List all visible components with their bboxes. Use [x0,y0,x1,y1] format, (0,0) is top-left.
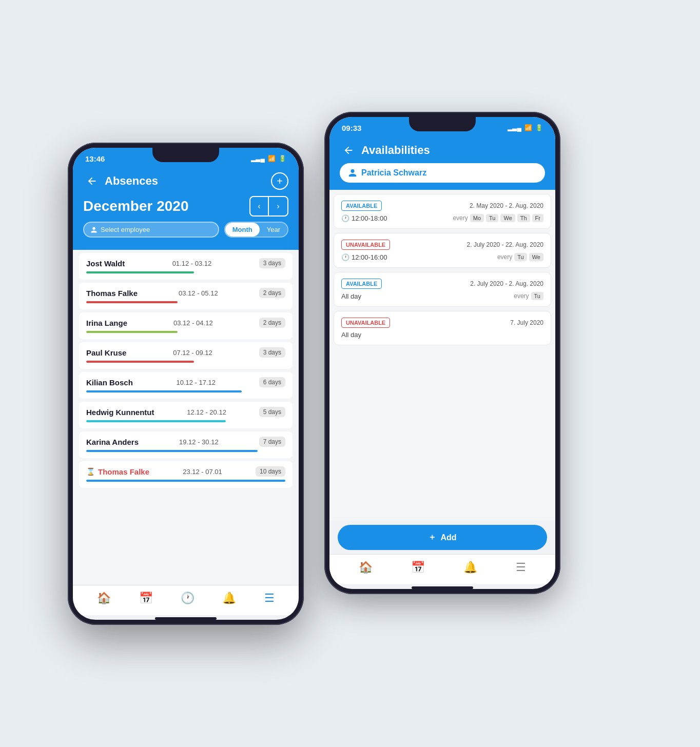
status-tag: AVAILABLE [341,279,382,289]
avail-time: 🕐 12:00-18:00 [341,214,387,222]
absence-days: 6 days [259,377,285,387]
filter-bar: Select employee Month Year [83,222,288,242]
avail-card-top: UNAVAILABLE 2. July 2020 - 22. Aug. 2020 [341,240,543,250]
absence-name: Jost Waldt [86,259,125,268]
time-value: All day [341,331,361,339]
status-tag: UNAVAILABLE [341,318,390,328]
nav-bell-right[interactable]: 🔔 [463,561,477,574]
left-screen: 13:46 ▂▃▄ 📶 🔋 Absences + [73,148,299,620]
avail-time: All day [341,331,361,339]
absence-row[interactable]: Hedwig Kunnentut 12.12 - 20.12 5 days [79,402,293,428]
battery-icon-right: 🔋 [535,124,543,131]
avail-header: Availabilities Patricia Schwarz [329,136,555,190]
availability-card[interactable]: AVAILABLE 2. May 2020 - 2. Aug. 2020 🕐 1… [334,194,551,229]
absence-row[interactable]: Karina Anders 19.12 - 30.12 7 days [79,431,293,458]
absence-row[interactable]: Kilian Bosch 10.12 - 17.12 6 days [79,372,293,399]
employee-name: Patricia Schwarz [361,168,426,178]
absence-days: 3 days [259,258,285,268]
availability-card[interactable]: UNAVAILABLE 7. July 2020 All day [334,311,551,345]
avail-time-row: 🕐 12:00-18:00 every MoTuWeThFr [341,214,543,222]
day-chip: Fr [532,214,543,222]
back-button-left[interactable] [83,172,101,190]
absence-name: Thomas Falke [86,289,138,298]
absence-bar [86,480,285,482]
absence-days: 2 days [259,318,285,328]
date-nav: December 2020 ‹ › [83,194,288,222]
signal-icon: ▂▃▄ [251,155,265,162]
every-label: every [453,214,468,222]
add-availability-button[interactable]: ＋ Add [338,525,547,550]
nav-home-left[interactable]: 🏠 [97,592,111,605]
nav-clock-left[interactable]: 🕐 [181,592,195,605]
day-chips: every MoTuWeThFr [453,214,543,222]
absence-row[interactable]: ⌛ Thomas Falke 23.12 - 07.01 10 days [79,461,293,488]
nav-calendar-right[interactable]: 📅 [411,561,425,574]
signal-icon-right: ▂▃▄ [508,124,521,131]
back-button-right[interactable] [340,142,357,159]
wifi-icon-right: 📶 [524,124,532,131]
next-arrow[interactable]: › [269,197,287,215]
day-chips: every TuWe [497,253,543,261]
avail-time: All day [341,292,361,300]
absence-days: 2 days [259,288,285,298]
nav-bell-left[interactable]: 🔔 [222,592,236,605]
absence-row[interactable]: Irina Lange 03.12 - 04.12 2 days [79,312,293,339]
employee-filter[interactable]: Select employee [83,222,219,238]
absence-days: 10 days [256,466,285,477]
avail-date-range: 2. May 2020 - 2. Aug. 2020 [470,202,543,209]
time-value: All day [341,292,361,300]
absence-row[interactable]: Paul Kruse 07.12 - 09.12 3 days [79,342,293,369]
absence-bar [86,390,242,392]
day-chip: We [500,214,515,222]
every-label: every [514,292,529,300]
availability-list: AVAILABLE 2. May 2020 - 2. Aug. 2020 🕐 1… [329,190,555,521]
time-value: 12:00-16:00 [352,253,387,261]
absence-dates: 10.12 - 17.12 [133,379,259,386]
nav-home-right[interactable]: 🏠 [359,561,373,574]
absence-bar [86,450,258,452]
absence-bar [86,271,194,273]
absence-bar [86,420,226,422]
avail-card-top: UNAVAILABLE 7. July 2020 [341,318,543,328]
view-toggle: Month Year [224,222,288,238]
notch-left [152,148,219,162]
absence-dates: 01.12 - 03.12 [125,260,259,267]
right-phone: 09:33 ▂▃▄ 📶 🔋 Availabilities [324,112,560,594]
add-button-left[interactable]: + [271,172,288,190]
absence-bar [86,331,178,333]
status-tag: AVAILABLE [341,201,382,211]
absence-days: 3 days [259,347,285,358]
status-icons-left: ▂▃▄ 📶 🔋 [251,155,286,162]
absence-row[interactable]: Jost Waldt 01.12 - 03.12 3 days [79,253,293,280]
status-time-left: 13:46 [85,154,105,163]
absence-name: Kilian Bosch [86,378,133,387]
wifi-icon: 📶 [268,155,276,162]
absence-row[interactable]: Thomas Falke 03.12 - 05.12 2 days [79,283,293,309]
employee-name-bar[interactable]: Patricia Schwarz [340,163,545,183]
day-chip: Tu [514,253,527,261]
page-title-right: Availabilities [361,144,545,157]
select-employee-label: Select employee [101,226,150,233]
day-chip: We [529,253,543,261]
absence-name: Karina Anders [86,438,139,446]
absence-dates: 12.12 - 20.12 [154,408,259,416]
prev-arrow[interactable]: ‹ [250,197,269,215]
avail-time-row: 🕐 12:00-16:00 every TuWe [341,253,543,261]
app-header-left: Absences + December 2020 ‹ › Select [73,167,299,250]
add-label: Add [440,533,456,542]
nav-menu-left[interactable]: ☰ [264,592,275,605]
nav-menu-right[interactable]: ☰ [516,561,526,574]
bottom-nav-right: 🏠 📅 🔔 ☰ [329,554,555,584]
availability-card[interactable]: AVAILABLE 2. July 2020 - 2. Aug. 2020 Al… [334,272,551,307]
year-toggle[interactable]: Year [260,223,287,237]
avail-date-range: 2. July 2020 - 22. Aug. 2020 [467,241,543,248]
absence-dates: 03.12 - 04.12 [127,319,259,327]
absence-name: Irina Lange [86,319,127,327]
day-chips: every Tu [514,292,543,300]
month-toggle[interactable]: Month [225,223,260,237]
absence-list: Jost Waldt 01.12 - 03.12 3 days Thomas F… [73,250,299,585]
clock-icon: 🕐 [341,214,349,222]
left-phone: 13:46 ▂▃▄ 📶 🔋 Absences + [68,143,304,625]
nav-calendar-left[interactable]: 📅 [139,592,153,605]
availability-card[interactable]: UNAVAILABLE 2. July 2020 - 22. Aug. 2020… [334,233,551,268]
